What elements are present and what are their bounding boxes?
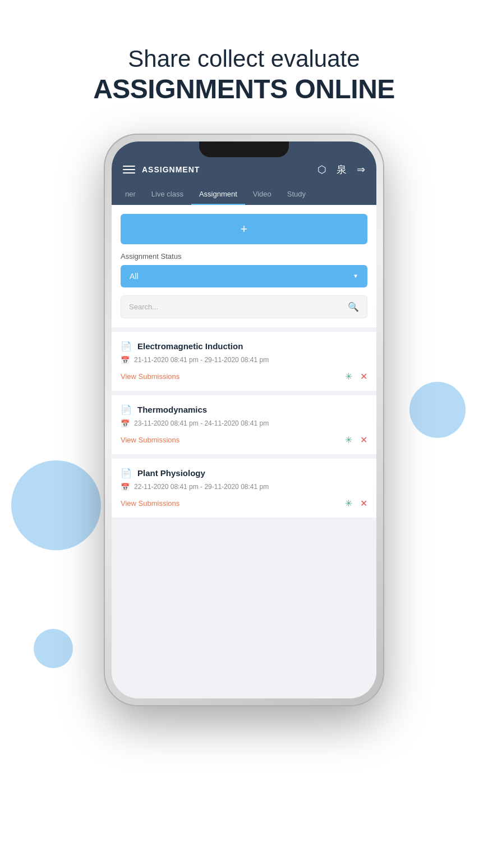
doc-icon-2: 📄	[121, 404, 132, 415]
search-icon: 🔍	[348, 301, 359, 312]
table-icon[interactable]: 泉	[337, 163, 347, 176]
calendar-icon-1: 📅	[121, 356, 130, 364]
doc-icon-3: 📄	[121, 468, 132, 478]
phone-notch	[199, 141, 289, 157]
share-icon-1[interactable]: ✳	[345, 371, 352, 382]
header-title: ASSIGNMENTS ONLINE	[93, 73, 395, 106]
card-icon-group-1: ✳ ✕	[345, 371, 367, 382]
tab-video[interactable]: Video	[245, 184, 279, 205]
card-date-2: 23-11-2020 08:41 pm - 24-11-2020 08:41 p…	[134, 419, 269, 427]
nav-tabs: ner Live class Assignment Video Study	[112, 184, 376, 205]
card-icon-group-3: ✳ ✕	[345, 498, 367, 509]
card-date-row-2: 📅 23-11-2020 08:41 pm - 24-11-2020 08:41…	[121, 419, 367, 428]
search-placeholder: Search...	[129, 303, 158, 311]
assignment-card-1: 📄 Electromagnetic Induction 📅 21-11-2020…	[112, 332, 376, 391]
delete-icon-2[interactable]: ✕	[360, 435, 367, 445]
delete-icon-3[interactable]: ✕	[360, 498, 367, 509]
card-date-row-1: 📅 21-11-2020 08:41 pm - 29-11-2020 08:41…	[121, 356, 367, 364]
phone-mockup: ASSIGNMENT ⬡ 泉 ⇒ ner Live class	[104, 134, 384, 706]
card-title-row-2: 📄 Thermodynamics	[121, 404, 367, 415]
search-box[interactable]: Search... 🔍	[121, 295, 367, 318]
card-date-1: 21-11-2020 08:41 pm - 29-11-2020 08:41 p…	[134, 356, 269, 364]
decorative-circle-right	[409, 382, 466, 438]
calendar-icon-3: 📅	[121, 483, 130, 491]
card-actions-2: View Submissions ✳ ✕	[121, 435, 367, 445]
card-actions-3: View Submissions ✳ ✕	[121, 498, 367, 509]
card-date-row-3: 📅 22-11-2020 08:41 pm - 29-11-2020 08:41…	[121, 483, 367, 491]
tab-ner[interactable]: ner	[117, 184, 144, 205]
assignment-card-2: 📄 Thermodynamics 📅 23-11-2020 08:41 pm -…	[112, 395, 376, 454]
tab-live-class[interactable]: Live class	[144, 184, 191, 205]
delete-icon-1[interactable]: ✕	[360, 371, 367, 382]
phone-screen: ASSIGNMENT ⬡ 泉 ⇒ ner Live class	[112, 141, 376, 698]
card-title-row-3: 📄 Plant Physiology	[121, 468, 367, 478]
dropdown-value: All	[130, 272, 139, 281]
app-title: ASSIGNMENT	[142, 165, 200, 174]
logout-icon[interactable]: ⇒	[357, 163, 365, 176]
card-title-3: Plant Physiology	[137, 468, 205, 478]
cube-icon[interactable]: ⬡	[317, 163, 326, 176]
status-dropdown[interactable]: All ▼	[121, 265, 367, 287]
app-header-icons: ⬡ 泉 ⇒	[317, 163, 365, 176]
assignment-status-label: Assignment Status	[121, 252, 367, 261]
share-icon-2[interactable]: ✳	[345, 435, 352, 445]
doc-icon-1: 📄	[121, 341, 132, 351]
view-submissions-2[interactable]: View Submissions	[121, 436, 179, 444]
top-controls-card: + Assignment Status All ▼ Search... 🔍	[112, 205, 376, 327]
view-submissions-1[interactable]: View Submissions	[121, 372, 179, 381]
app-header-left: ASSIGNMENT	[123, 165, 200, 174]
phone-inner: ASSIGNMENT ⬡ 泉 ⇒ ner Live class	[112, 141, 376, 698]
phone-outer: ASSIGNMENT ⬡ 泉 ⇒ ner Live class	[104, 134, 384, 706]
header-section: Share collect evaluate ASSIGNMENTS ONLIN…	[71, 0, 417, 128]
dropdown-arrow-icon: ▼	[353, 273, 358, 279]
share-icon-3[interactable]: ✳	[345, 498, 352, 509]
add-assignment-button[interactable]: +	[121, 214, 367, 244]
card-icon-group-2: ✳ ✕	[345, 435, 367, 445]
card-date-3: 22-11-2020 08:41 pm - 29-11-2020 08:41 p…	[134, 483, 269, 491]
calendar-icon-2: 📅	[121, 419, 130, 428]
hamburger-icon[interactable]	[123, 166, 135, 173]
tab-assignment[interactable]: Assignment	[191, 184, 245, 205]
header-subtitle: Share collect evaluate	[93, 45, 395, 73]
card-title-1: Electromagnetic Induction	[137, 341, 243, 351]
content-area: + Assignment Status All ▼ Search... 🔍	[112, 205, 376, 698]
view-submissions-3[interactable]: View Submissions	[121, 499, 179, 508]
card-actions-1: View Submissions ✳ ✕	[121, 371, 367, 382]
card-title-2: Thermodynamics	[137, 405, 207, 414]
decorative-circle-bottom	[34, 629, 73, 668]
tab-study[interactable]: Study	[279, 184, 314, 205]
decorative-circle-left	[11, 460, 101, 550]
assignment-card-3: 📄 Plant Physiology 📅 22-11-2020 08:41 pm…	[112, 459, 376, 518]
card-title-row-1: 📄 Electromagnetic Induction	[121, 341, 367, 351]
